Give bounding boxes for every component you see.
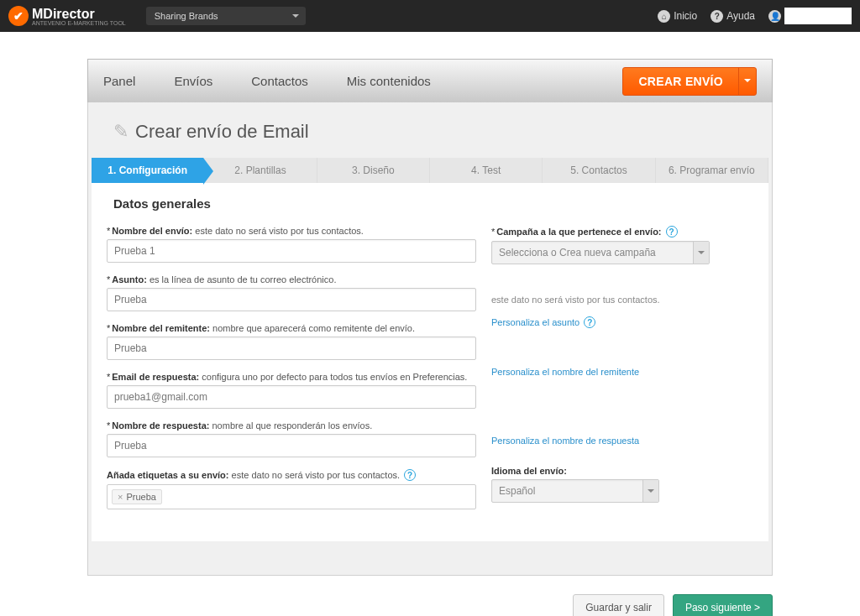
form-area: Datos generales *Nombre del envío: este … [92, 183, 768, 541]
help-icon-asunto[interactable]: ? [584, 316, 595, 328]
page-title: ✎ Crear envío de Email [113, 121, 772, 143]
content-panel: ✎ Crear envío de Email 1. Configuración … [87, 102, 773, 576]
logo-subtitle: ANTEVENIO E-MARKETING TOOL [32, 20, 126, 26]
campana-note: este dato no será visto por tus contacto… [491, 295, 753, 305]
label-email-respuesta: *Email de respuesta: configura uno por d… [107, 372, 476, 382]
remitente-input[interactable] [107, 337, 476, 360]
tag-label: Prueba [126, 492, 155, 502]
inicio-label: Inicio [674, 10, 697, 22]
field-asunto: *Asunto: es la línea de asunto de tu cor… [107, 274, 476, 311]
label-campana: *Campaña a la que pertenece el envío: ? [491, 226, 753, 238]
step-programar[interactable]: 6. Programar envío [656, 158, 768, 183]
step-tabs: 1. Configuración 2. Plantillas 3. Diseño… [92, 158, 768, 183]
personaliza-asunto-link[interactable]: Personaliza el asunto ? [491, 316, 753, 328]
user-icon: 👤 [768, 10, 781, 23]
etiquetas-input[interactable]: ×Prueba [107, 484, 476, 509]
crear-envio-button[interactable]: CREAR ENVÍO [622, 67, 757, 96]
field-campana: *Campaña a la que pertenece el envío: ? … [491, 226, 753, 305]
campana-select-wrap[interactable]: Selecciona o Crea nueva campaña [491, 241, 710, 264]
email-respuesta-input[interactable] [107, 385, 476, 409]
field-nombre-envio: *Nombre del envío: este dato no será vis… [107, 226, 476, 263]
idioma-select-wrap[interactable]: Español [491, 479, 659, 503]
page-wrapper: Panel Envíos Contactos Mis contenidos CR… [0, 59, 860, 616]
paso-siguiente-button[interactable]: Paso siguiente > [673, 594, 773, 616]
inicio-link[interactable]: ⌂ Inicio [658, 10, 697, 23]
tag-item[interactable]: ×Prueba [112, 489, 162, 504]
section-title: Datos generales [113, 196, 753, 211]
ayuda-link[interactable]: ? Ayuda [711, 10, 755, 23]
label-nombre-envio: *Nombre del envío: este dato no será vis… [107, 226, 476, 236]
nombre-respuesta-input[interactable] [107, 434, 476, 457]
page-title-text: Crear envío de Email [135, 121, 309, 143]
ayuda-label: Ayuda [726, 10, 755, 22]
user-menu[interactable]: 👤 [768, 8, 852, 24]
left-column: *Nombre del envío: este dato no será vis… [107, 226, 476, 521]
chevron-down-icon [739, 75, 756, 88]
nav-panel[interactable]: Panel [103, 74, 135, 88]
nombre-envio-input[interactable] [107, 239, 476, 263]
logo[interactable]: ✔ MDirector ANTEVENIO E-MARKETING TOOL [8, 6, 126, 26]
personaliza-remitente-link[interactable]: Personaliza el nombre del remitente [491, 367, 753, 377]
field-idioma: Idioma del envío: Español [491, 466, 753, 503]
form-columns: *Nombre del envío: este dato no será vis… [107, 226, 753, 521]
step-test[interactable]: 4. Test [430, 158, 543, 183]
label-nombre-respuesta: *Nombre de respuesta: nombre al que resp… [107, 420, 476, 431]
campana-select[interactable]: Selecciona o Crea nueva campaña [491, 241, 710, 264]
nav-mis-contenidos[interactable]: Mis contenidos [347, 74, 431, 88]
user-name-box [784, 8, 852, 24]
tag-remove-icon[interactable]: × [118, 492, 123, 502]
personaliza-respuesta-link[interactable]: Personaliza el nombre de respuesta [491, 436, 753, 446]
label-asunto: *Asunto: es la línea de asunto de tu cor… [107, 274, 476, 285]
step-contactos[interactable]: 5. Contactos [543, 158, 655, 183]
top-bar: ✔ MDirector ANTEVENIO E-MARKETING TOOL S… [0, 0, 860, 32]
idioma-select[interactable]: Español [491, 479, 659, 503]
field-nombre-respuesta: *Nombre de respuesta: nombre al que resp… [107, 420, 476, 457]
right-column: *Campaña a la que pertenece el envío: ? … [491, 226, 753, 521]
field-etiquetas: Añada etiquetas a su envío: este dato no… [107, 469, 476, 509]
home-icon: ⌂ [658, 10, 670, 23]
main-nav: Panel Envíos Contactos Mis contenidos CR… [87, 59, 773, 102]
field-email-respuesta: *Email de respuesta: configura uno por d… [107, 372, 476, 409]
guardar-salir-button[interactable]: Guardar y salir [573, 594, 664, 616]
nav-envios[interactable]: Envíos [174, 74, 212, 88]
asunto-input[interactable] [107, 288, 476, 311]
logo-icon: ✔ [8, 6, 29, 26]
crear-envio-label: CREAR ENVÍO [623, 68, 739, 95]
label-idioma: Idioma del envío: [491, 466, 753, 476]
nav-contactos[interactable]: Contactos [251, 74, 308, 88]
top-right-nav: ⌂ Inicio ? Ayuda 👤 [658, 8, 852, 24]
account-dropdown[interactable]: Sharing Brands [146, 7, 306, 25]
button-bar: Guardar y salir Paso siguiente > [87, 594, 773, 616]
help-icon: ? [711, 10, 723, 23]
field-remitente: *Nombre del remitente: nombre que aparec… [107, 323, 476, 360]
label-etiquetas: Añada etiquetas a su envío: este dato no… [107, 469, 476, 481]
help-icon-campana[interactable]: ? [666, 226, 678, 238]
step-plantillas[interactable]: 2. Plantillas [204, 158, 317, 183]
step-configuracion[interactable]: 1. Configuración [92, 158, 204, 183]
help-icon-etiquetas[interactable]: ? [404, 469, 416, 481]
wand-icon: ✎ [113, 121, 128, 143]
label-remitente: *Nombre del remitente: nombre que aparec… [107, 323, 476, 333]
step-diseno[interactable]: 3. Diseño [317, 158, 430, 183]
